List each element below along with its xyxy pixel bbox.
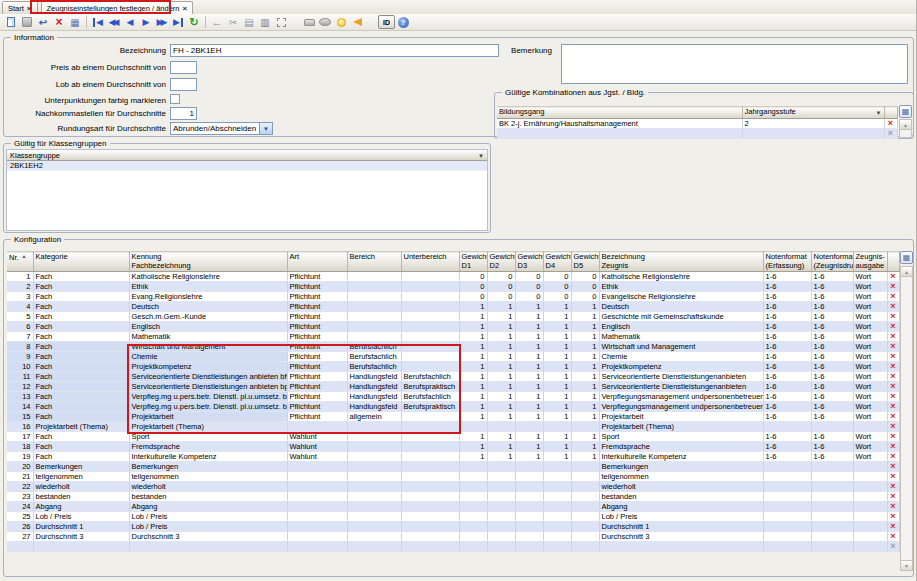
cell[interactable]: 1-6 — [763, 352, 811, 362]
cell[interactable]: Fach — [33, 442, 129, 452]
cell[interactable]: 27 — [7, 532, 33, 542]
cell[interactable]: 1-6 — [763, 432, 811, 442]
cell[interactable]: Pflichtunt — [287, 312, 347, 322]
cell[interactable]: 1-6 — [811, 352, 853, 362]
cell[interactable]: bestanden — [599, 492, 763, 502]
cell[interactable] — [763, 512, 811, 522]
delete-row-icon[interactable]: × — [887, 432, 899, 442]
cell[interactable]: 1 — [487, 342, 515, 352]
paste-icon[interactable]: ▥ — [257, 15, 273, 29]
cell[interactable]: 1-6 — [763, 412, 811, 422]
cell[interactable]: Wort — [853, 412, 887, 422]
bemerkung-textarea[interactable] — [561, 44, 908, 84]
cell[interactable]: Fach — [33, 302, 129, 312]
cell[interactable]: 1-6 — [811, 452, 853, 462]
cell[interactable] — [811, 472, 853, 482]
cell[interactable]: Wort — [853, 352, 887, 362]
rundungsart-select[interactable]: Abrunden/Abschneiden ▼ — [170, 122, 273, 135]
cell[interactable]: Lob / Preis — [129, 512, 287, 522]
cell[interactable]: 5 — [7, 312, 33, 322]
cell[interactable]: 0 — [459, 282, 487, 292]
column-header-gewicht[interactable]: GewichtD3 — [515, 252, 543, 272]
cell[interactable]: 1-6 — [811, 432, 853, 442]
cell[interactable] — [571, 532, 599, 542]
cell[interactable]: Englisch — [129, 322, 287, 332]
cell[interactable]: Fach — [33, 272, 129, 282]
cut-icon[interactable]: ✂ — [225, 15, 241, 29]
delete-row-icon[interactable]: × — [887, 462, 899, 472]
cell[interactable]: 21 — [7, 472, 33, 482]
cell[interactable]: Evang.Religionslehre — [129, 292, 287, 302]
cell[interactable]: Wort — [853, 392, 887, 402]
cell[interactable]: Wirtschaft und Management — [599, 342, 763, 352]
cell[interactable]: Englisch — [599, 322, 763, 332]
cell[interactable]: 17 — [7, 432, 33, 442]
cell[interactable]: 1 — [543, 352, 571, 362]
column-header-notenformat[interactable]: Notenformat(Zeugnisdruck) — [811, 252, 853, 272]
delete-row-icon[interactable]: × — [884, 119, 897, 129]
cell[interactable]: Handlungsfeld — [347, 402, 401, 412]
cell[interactable] — [459, 472, 487, 482]
cell[interactable]: 1-6 — [811, 412, 853, 422]
table-row[interactable]: 18FachFremdspracheWahlunt11111Fremdsprac… — [7, 442, 899, 452]
cell[interactable]: Chemie — [599, 352, 763, 362]
table-row[interactable]: 26Durchschnitt 1Lob / PreisDurchschnitt … — [7, 522, 899, 532]
cell[interactable] — [543, 462, 571, 472]
cell[interactable]: Lob / Preis — [33, 512, 129, 522]
cell[interactable] — [347, 312, 401, 322]
column-header-kategorie[interactable]: Kategorie — [33, 252, 129, 272]
delete-row-icon[interactable]: × — [887, 312, 899, 322]
preis-input[interactable] — [170, 61, 197, 74]
cell[interactable]: Lob / Preis — [129, 522, 287, 532]
cell[interactable] — [853, 462, 887, 472]
delete-row-icon[interactable]: × — [887, 372, 899, 382]
cell[interactable] — [287, 502, 347, 512]
delete-row-icon[interactable]: × — [887, 532, 899, 542]
cell[interactable]: Verpfleg.mg u.pers.betr. Dienstl. pl.u.u… — [129, 402, 287, 412]
cell[interactable] — [811, 502, 853, 512]
cell[interactable]: Fremdsprache — [129, 442, 287, 452]
cell[interactable]: Wort — [853, 272, 887, 282]
cell[interactable]: Projektarbeit — [599, 412, 763, 422]
cell[interactable] — [811, 462, 853, 472]
cell[interactable] — [347, 292, 401, 302]
undo-icon[interactable]: ↩ — [35, 15, 51, 29]
cell[interactable]: 1 — [515, 372, 543, 382]
cell[interactable]: 1 — [543, 312, 571, 322]
cell[interactable]: 2 — [7, 282, 33, 292]
table-row[interactable]: 15FachProjektarbeitPflichtuntallgemein11… — [7, 412, 899, 422]
cell[interactable]: Fach — [33, 392, 129, 402]
cell[interactable]: 6 — [7, 322, 33, 332]
cell[interactable]: allgemein — [347, 412, 401, 422]
cell[interactable]: 1-6 — [811, 332, 853, 342]
cell[interactable] — [401, 452, 459, 462]
cell[interactable]: 1 — [543, 362, 571, 372]
save-icon[interactable] — [19, 15, 35, 29]
cell[interactable]: 0 — [571, 292, 599, 302]
cell[interactable] — [347, 502, 401, 512]
cell[interactable] — [811, 522, 853, 532]
cell[interactable]: BK 2-j. Ernährung/Haushaltsmanagement — [497, 119, 742, 129]
cell[interactable] — [347, 542, 401, 552]
cell[interactable]: Handlungsfeld — [347, 372, 401, 382]
cell[interactable] — [287, 522, 347, 532]
cell[interactable] — [459, 492, 487, 502]
delete-row-icon[interactable]: × — [887, 412, 899, 422]
table-row-empty[interactable]: × — [497, 129, 897, 139]
cell[interactable] — [571, 492, 599, 502]
cell[interactable] — [543, 492, 571, 502]
cell[interactable] — [497, 129, 742, 139]
table-row[interactable]: 3FachEvang.ReligionslehrePflichtunt00000… — [7, 292, 899, 302]
cell[interactable] — [571, 482, 599, 492]
cell[interactable] — [487, 512, 515, 522]
cell[interactable]: Katholische Religionslehre — [599, 272, 763, 282]
cell[interactable] — [347, 332, 401, 342]
cell[interactable]: Verpflegungsmanagement undpersonenbetreu… — [599, 402, 763, 412]
cell[interactable] — [487, 482, 515, 492]
cell[interactable] — [763, 482, 811, 492]
cell[interactable] — [401, 282, 459, 292]
cell[interactable]: 1 — [571, 342, 599, 352]
cell[interactable]: 0 — [487, 292, 515, 302]
column-header-unterbereich[interactable]: Unterbereich — [401, 252, 459, 272]
cell[interactable] — [401, 292, 459, 302]
